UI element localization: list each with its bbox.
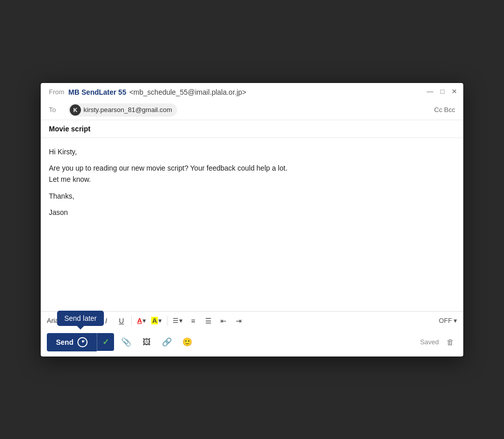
highlight-icon: A (151, 317, 158, 324)
font-color-button[interactable]: A ▾ (135, 316, 148, 325)
off-toggle[interactable]: OFF ▾ (439, 317, 457, 324)
emoji-icon: 🙂 (182, 337, 192, 347)
recipient-chip[interactable]: K kirsty.pearson_81@gmail.com (68, 103, 177, 117)
body-greeting: Hi Kirsty, (49, 146, 455, 157)
link-icon: 🔗 (162, 337, 172, 347)
image-icon: 🖼 (143, 338, 151, 347)
from-label: From (49, 88, 64, 96)
from-email: <mb_schedule_55@imail.plala.or.jp> (129, 88, 246, 96)
separator-2 (131, 316, 132, 326)
send-button-group: Send later Send ✓ (47, 333, 114, 351)
ordered-list-icon: ≡ (191, 317, 195, 325)
align-icon: ☰ (173, 317, 179, 324)
send-label: Send (56, 338, 73, 346)
subject-row: Movie script (41, 120, 463, 138)
window-controls: — □ ✕ (427, 88, 457, 95)
attach-icon: 📎 (121, 337, 131, 347)
from-name: MB SendLater 55 (68, 88, 126, 96)
trash-icon: 🗑 (446, 338, 454, 346)
to-row: To K kirsty.pearson_81@gmail.com Cc Bcc (41, 100, 463, 120)
send-later-label: Send later (64, 314, 97, 322)
cc-bcc-button[interactable]: Cc Bcc (434, 106, 455, 114)
off-arrow-icon: ▾ (454, 317, 457, 324)
title-bar: From MB SendLater 55 <mb_schedule_55@ima… (41, 83, 463, 100)
highlight-color-button[interactable]: A ▾ (149, 316, 164, 325)
send-button[interactable]: Send (47, 333, 97, 351)
highlight-arrow-icon: ▾ (158, 317, 162, 324)
separator-3 (167, 316, 167, 326)
email-body[interactable]: Hi Kirsty, Are you up to reading our new… (41, 138, 463, 311)
outdent-icon: ⇤ (220, 317, 227, 325)
unordered-list-icon: ☰ (205, 317, 212, 325)
link-button[interactable]: 🔗 (159, 334, 175, 350)
image-button[interactable]: 🖼 (138, 334, 155, 350)
underline-button[interactable]: U (114, 314, 128, 328)
saved-text: Saved (420, 338, 439, 346)
send-check-button[interactable]: ✓ (97, 333, 114, 351)
off-label: OFF (439, 317, 452, 324)
align-arrow-icon: ▾ (179, 317, 183, 324)
minimize-button[interactable]: — (427, 88, 433, 95)
indent-icon: ⇥ (236, 317, 242, 325)
ordered-list-button[interactable]: ≡ (186, 314, 200, 328)
subject-text: Movie script (49, 125, 91, 133)
formatting-toolbar: Arial 10 ▾ B I U A ▾ A ▾ ☰ ▾ ≡ ☰ ⇤ (41, 311, 463, 330)
clock-icon (77, 337, 88, 347)
maximize-button[interactable]: □ (440, 88, 444, 95)
font-color-arrow-icon: ▾ (143, 317, 146, 324)
body-thanks: Thanks, (49, 190, 455, 202)
check-icon: ✓ (102, 338, 109, 346)
body-paragraph: Are you up to reading our new movie scri… (49, 162, 455, 185)
action-toolbar: Send later Send ✓ 📎 🖼 🔗 🙂 Saved 🗑 (41, 330, 463, 356)
recipient-email: kirsty.pearson_81@gmail.com (83, 106, 172, 114)
attach-button[interactable]: 📎 (118, 334, 134, 350)
indent-button[interactable]: ⇥ (232, 314, 246, 328)
unordered-list-button[interactable]: ☰ (201, 314, 215, 328)
align-button[interactable]: ☰ ▾ (171, 316, 185, 325)
outdent-button[interactable]: ⇤ (216, 314, 231, 328)
body-signature: Jason (49, 207, 455, 218)
to-label: To (49, 106, 64, 114)
delete-button[interactable]: 🗑 (443, 335, 457, 349)
emoji-button[interactable]: 🙂 (179, 334, 195, 350)
compose-window: From MB SendLater 55 <mb_schedule_55@ima… (41, 83, 463, 356)
close-button[interactable]: ✕ (452, 88, 457, 95)
send-later-tooltip: Send later (57, 311, 104, 326)
font-color-icon: A (137, 317, 142, 324)
saved-section: Saved 🗑 (420, 335, 457, 349)
avatar: K (70, 104, 81, 116)
